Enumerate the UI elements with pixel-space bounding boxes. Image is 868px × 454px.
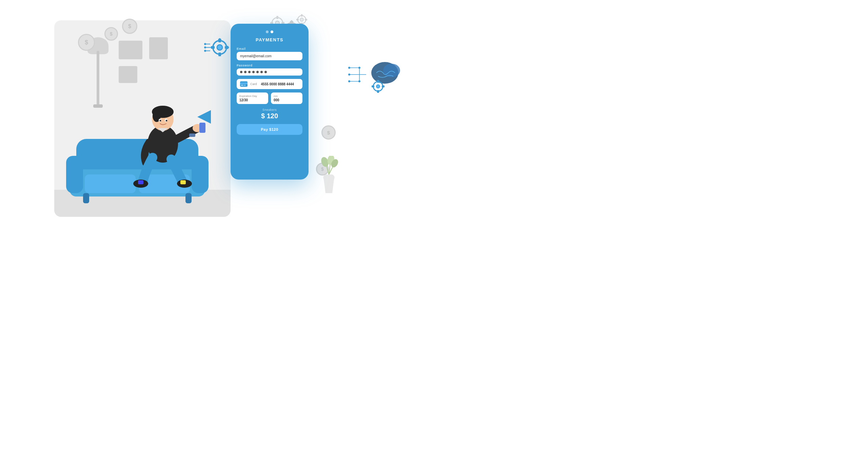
cvv-box[interactable]: cvv 000 bbox=[271, 92, 302, 104]
dot-1 bbox=[266, 30, 269, 33]
person-illustration bbox=[115, 91, 217, 193]
credit-card-icon bbox=[240, 81, 248, 87]
svg-rect-19 bbox=[305, 19, 307, 21]
svg-point-24 bbox=[204, 46, 206, 48]
svg-point-27 bbox=[217, 45, 222, 50]
svg-rect-79 bbox=[244, 85, 245, 86]
svg-rect-73 bbox=[189, 133, 195, 137]
svg-rect-54 bbox=[66, 156, 83, 193]
svg-point-25 bbox=[204, 50, 206, 52]
svg-rect-74 bbox=[180, 180, 186, 184]
email-input[interactable] bbox=[237, 52, 302, 60]
vase-plant bbox=[319, 156, 339, 193]
svg-point-15 bbox=[300, 18, 303, 21]
svg-rect-18 bbox=[296, 19, 299, 21]
wall-frame-3 bbox=[119, 66, 137, 83]
card-number: 4555 0000 8888 4444 bbox=[261, 82, 294, 86]
password-dots-row bbox=[240, 71, 299, 73]
svg-point-44 bbox=[383, 64, 400, 77]
svg-rect-48 bbox=[377, 90, 379, 93]
lamp-base bbox=[93, 104, 103, 108]
dot-2 bbox=[271, 30, 273, 33]
expiry-value: 12/30 bbox=[239, 98, 265, 102]
svg-point-42 bbox=[358, 80, 360, 82]
dollar-coin-5: $ bbox=[321, 125, 336, 140]
password-label: Password bbox=[237, 64, 302, 67]
ai-brain-decoration bbox=[346, 54, 407, 96]
svg-rect-16 bbox=[301, 14, 303, 17]
svg-rect-50 bbox=[382, 85, 384, 87]
svg-rect-75 bbox=[138, 180, 143, 184]
svg-point-23 bbox=[204, 43, 206, 45]
cvv-value: 000 bbox=[274, 98, 300, 102]
card-number-row[interactable]: Card 4555 0000 8888 4444 bbox=[237, 79, 302, 89]
product-section: Sneakers $ 120 bbox=[237, 108, 302, 120]
dollar-coin-3: $ bbox=[122, 19, 137, 34]
cvv-label: cvv bbox=[274, 95, 300, 98]
svg-point-67 bbox=[160, 120, 161, 122]
svg-rect-59 bbox=[185, 193, 192, 203]
expiry-box[interactable]: Expiration Day 12/30 bbox=[237, 92, 268, 104]
card-label: Card bbox=[250, 82, 257, 86]
svg-rect-10 bbox=[276, 16, 278, 19]
product-price: $ 120 bbox=[237, 112, 302, 120]
background-scene: $ $ $ $ $ $ bbox=[0, 0, 434, 227]
dollar-coin-2: $ bbox=[104, 27, 118, 41]
svg-rect-58 bbox=[83, 193, 89, 203]
svg-rect-30 bbox=[211, 46, 215, 49]
wall-frame-2 bbox=[149, 37, 168, 59]
email-label: Email bbox=[237, 47, 302, 50]
payment-title: PAYMENTS bbox=[237, 37, 302, 42]
wall-frame-1 bbox=[119, 41, 142, 59]
payment-form-card: PAYMENTS Email Password bbox=[231, 24, 309, 180]
lamp-stand bbox=[97, 51, 99, 105]
expiry-label: Expiration Day bbox=[239, 95, 265, 98]
password-input-display[interactable] bbox=[237, 68, 302, 76]
svg-point-40 bbox=[348, 80, 350, 82]
progress-dots bbox=[237, 30, 302, 33]
svg-rect-29 bbox=[218, 53, 221, 56]
product-name: Sneakers bbox=[237, 108, 302, 111]
svg-rect-78 bbox=[241, 85, 243, 86]
svg-point-38 bbox=[348, 67, 350, 69]
pay-button[interactable]: Pay $120 bbox=[237, 124, 302, 135]
svg-rect-77 bbox=[240, 83, 248, 84]
dollar-coin-1: $ bbox=[78, 34, 95, 51]
svg-rect-49 bbox=[372, 85, 374, 87]
svg-point-46 bbox=[376, 85, 380, 88]
svg-point-68 bbox=[166, 120, 167, 122]
svg-point-41 bbox=[358, 67, 360, 69]
expiry-cvv-row: Expiration Day 12/30 cvv 000 bbox=[237, 92, 302, 104]
blue-gear-decoration bbox=[203, 34, 231, 62]
svg-point-39 bbox=[348, 74, 350, 76]
speech-bubble-pointer bbox=[197, 110, 211, 124]
svg-rect-70 bbox=[199, 123, 205, 133]
